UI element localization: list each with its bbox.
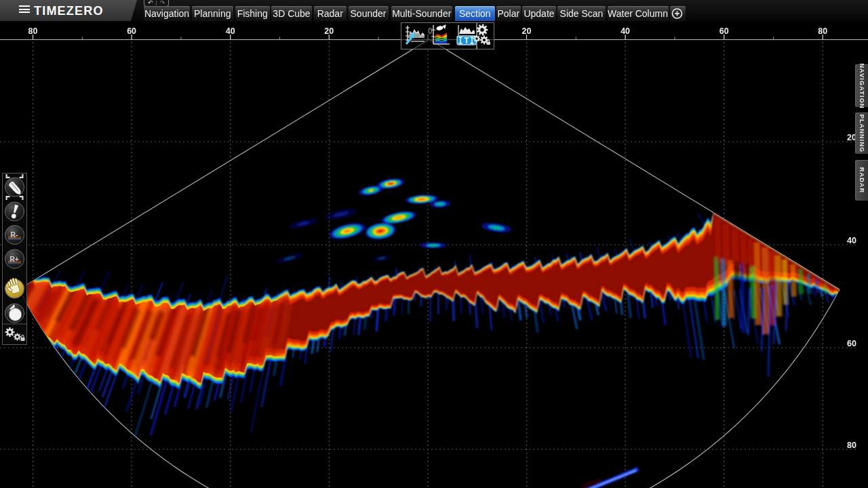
svg-text:20: 20	[324, 26, 334, 36]
svg-text:0: 0	[428, 26, 433, 36]
svg-text:40: 40	[847, 236, 856, 245]
svg-text:40: 40	[226, 26, 235, 36]
svg-text:40: 40	[620, 26, 630, 36]
svg-text:R-: R-	[10, 230, 18, 239]
svg-text:60: 60	[847, 339, 856, 348]
svg-text:60: 60	[719, 26, 729, 36]
svg-text:80: 80	[818, 26, 827, 36]
svg-text:60: 60	[127, 26, 136, 36]
svg-text:20: 20	[522, 26, 532, 36]
svg-text:80: 80	[28, 26, 38, 36]
svg-text:R+: R+	[9, 255, 19, 263]
svg-text:80: 80	[847, 441, 856, 450]
